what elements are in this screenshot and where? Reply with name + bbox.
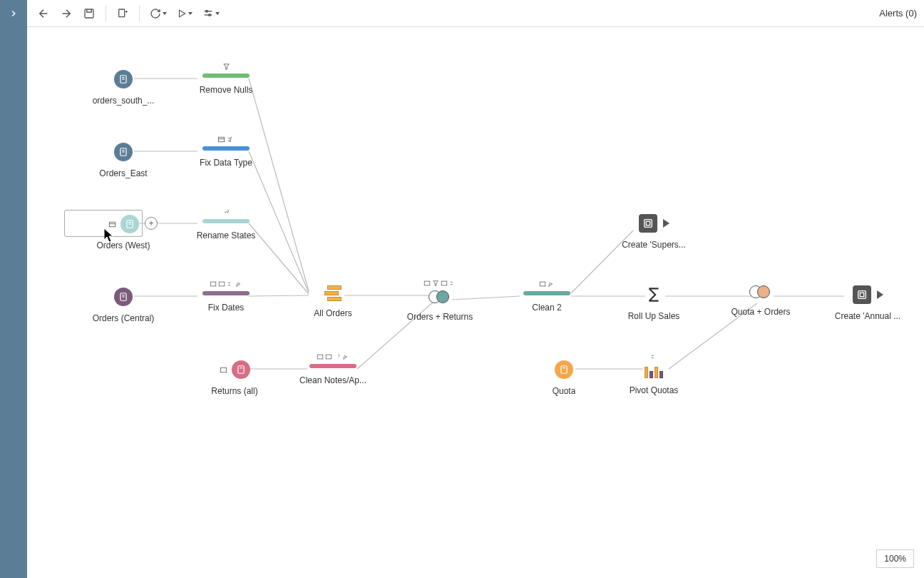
node-returns-all[interactable]: Returns (all) (181, 360, 288, 396)
svg-rect-51 (540, 282, 545, 286)
node-orders-returns[interactable]: Orders + Returns (386, 278, 493, 322)
datasource-icon (232, 360, 250, 379)
step-mini-icons (539, 279, 555, 289)
svg-rect-52 (644, 220, 652, 228)
union-icon (324, 285, 342, 301)
redo-button[interactable] (57, 4, 76, 23)
caret-down-icon (215, 12, 220, 15)
node-orders-east[interactable]: Orders_East (70, 143, 177, 178)
save-button[interactable] (80, 4, 98, 23)
svg-rect-57 (237, 366, 243, 374)
node-fix-dates[interactable]: Fix Dates (173, 279, 279, 313)
svg-rect-54 (858, 291, 866, 299)
svg-rect-53 (646, 221, 650, 225)
node-label: Quota (553, 386, 576, 396)
node-all-orders[interactable]: All Orders (279, 285, 386, 318)
step-mini-icons (210, 279, 242, 289)
step-mini-icons (317, 352, 349, 362)
settings-button[interactable] (200, 4, 222, 23)
arrow-left-icon (37, 7, 50, 20)
join-icon (749, 285, 772, 300)
datasource-icon (114, 288, 133, 306)
run-output-button[interactable] (663, 219, 669, 228)
node-label: Quota + Orders (731, 307, 790, 317)
node-label: Clean Notes/Ap... (299, 375, 366, 385)
node-orders-west[interactable]: Orders (West) (70, 215, 177, 250)
save-icon (83, 8, 95, 19)
svg-marker-49 (433, 281, 438, 286)
add-data-button[interactable] (113, 4, 132, 23)
chevron-right-icon (9, 9, 19, 19)
step-bar (202, 73, 250, 78)
output-icon (639, 214, 657, 233)
node-clean2[interactable]: Clean 2 (493, 279, 600, 313)
arrow-right-icon (60, 7, 73, 20)
step-mini-icons (650, 352, 657, 362)
step-mini-icons (423, 278, 456, 288)
undo-button[interactable] (34, 4, 53, 23)
node-create-supers[interactable]: Create 'Supers... (600, 214, 707, 250)
run-output-button[interactable] (877, 290, 883, 299)
separator (106, 6, 106, 21)
caret-down-icon (163, 12, 167, 15)
node-fix-data-type[interactable]: Fix Data Type (173, 134, 279, 168)
play-icon (177, 9, 187, 19)
step-mini-icons (222, 61, 230, 71)
node-orders-south[interactable]: orders_south_... (70, 70, 177, 106)
datasource-icon (114, 70, 133, 88)
node-label: Clean 2 (532, 303, 561, 313)
svg-rect-61 (561, 366, 567, 374)
sliders-icon (202, 8, 214, 19)
svg-rect-36 (218, 137, 224, 141)
svg-rect-55 (860, 293, 863, 296)
svg-rect-50 (441, 281, 447, 285)
alerts-button[interactable]: Alerts (0) (879, 8, 917, 19)
node-clean-notes[interactable]: Clean Notes/Ap... (279, 352, 386, 385)
pivot-icon (645, 364, 663, 378)
node-label: Orders (Central) (93, 313, 155, 323)
datasource-icon (555, 360, 573, 379)
refresh-icon (150, 8, 161, 19)
toolbar: Alerts (0) (27, 0, 924, 27)
datasource-icon (114, 143, 133, 161)
node-label: Roll Up Sales (628, 311, 680, 321)
node-pivot-quotas[interactable]: Pivot Quotas (600, 352, 707, 395)
svg-marker-6 (180, 10, 185, 16)
output-icon (853, 285, 871, 304)
separator (139, 6, 140, 21)
step-mini-icons (217, 134, 235, 144)
sigma-icon (645, 285, 663, 304)
node-rename-states[interactable]: Rename States (173, 207, 279, 240)
refresh-button[interactable] (147, 4, 170, 23)
step-bar (202, 146, 250, 151)
node-label: Create 'Supers... (622, 240, 686, 250)
left-panel-expand[interactable] (0, 0, 27, 578)
node-label: Remove Nulls (200, 85, 253, 95)
node-label: Returns (all) (211, 386, 257, 396)
svg-rect-47 (219, 282, 225, 286)
node-label: Orders + Returns (407, 312, 473, 322)
zoom-level[interactable]: 100% (876, 549, 914, 568)
caret-down-icon (188, 12, 192, 15)
node-label: All Orders (314, 308, 351, 318)
node-label: Pivot Quotas (630, 385, 679, 395)
flow-canvas[interactable]: orders_south_... Remove Nulls Orders_Eas… (27, 27, 924, 578)
node-label: Fix Dates (208, 303, 245, 313)
step-bar (202, 219, 250, 223)
node-rollup-sales[interactable]: Roll Up Sales (600, 285, 707, 321)
svg-rect-2 (85, 9, 93, 18)
run-flow-button[interactable] (174, 4, 195, 23)
join-icon (428, 290, 451, 305)
rename-mini-icon (108, 220, 116, 228)
svg-rect-48 (424, 281, 430, 285)
node-quota-orders[interactable]: Quota + Orders (707, 285, 814, 317)
step-mini-icons (222, 207, 230, 217)
svg-marker-32 (223, 64, 228, 69)
step-bar (202, 291, 250, 295)
svg-rect-38 (109, 222, 115, 226)
svg-line-15 (249, 78, 309, 291)
svg-rect-60 (326, 355, 332, 359)
node-remove-nulls[interactable]: Remove Nulls (173, 61, 279, 95)
node-create-annual[interactable]: Create 'Annual ... (814, 285, 921, 321)
node-orders-central[interactable]: Orders (Central) (70, 288, 177, 323)
